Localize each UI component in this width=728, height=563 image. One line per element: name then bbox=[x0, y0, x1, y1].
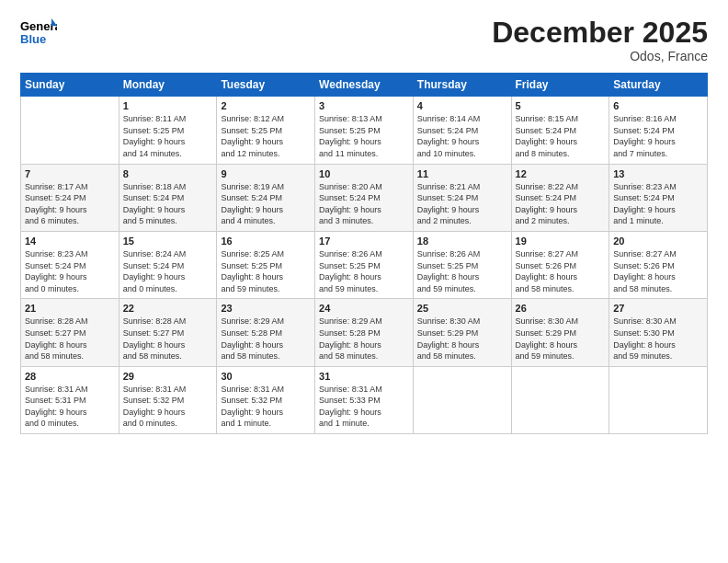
header-row: SundayMondayTuesdayWednesdayThursdayFrid… bbox=[21, 74, 708, 97]
day-cell bbox=[21, 97, 119, 164]
week-row-1: 1Sunrise: 8:11 AM Sunset: 5:25 PM Daylig… bbox=[21, 97, 708, 164]
logo: General Blue bbox=[20, 17, 57, 50]
day-info: Sunrise: 8:16 AM Sunset: 5:24 PM Dayligh… bbox=[613, 113, 703, 159]
day-cell: 23Sunrise: 8:29 AM Sunset: 5:28 PM Dayli… bbox=[217, 299, 315, 366]
day-number: 21 bbox=[25, 303, 115, 314]
day-info: Sunrise: 8:26 AM Sunset: 5:25 PM Dayligh… bbox=[417, 248, 507, 294]
day-number: 8 bbox=[123, 168, 213, 179]
day-cell: 15Sunrise: 8:24 AM Sunset: 5:24 PM Dayli… bbox=[119, 231, 217, 298]
col-header-friday: Friday bbox=[511, 74, 609, 97]
day-number: 18 bbox=[417, 236, 507, 247]
day-number: 17 bbox=[319, 236, 409, 247]
day-number: 14 bbox=[25, 236, 115, 247]
day-info: Sunrise: 8:12 AM Sunset: 5:25 PM Dayligh… bbox=[221, 113, 311, 159]
day-number: 15 bbox=[123, 236, 213, 247]
day-number: 1 bbox=[123, 100, 213, 111]
day-info: Sunrise: 8:26 AM Sunset: 5:25 PM Dayligh… bbox=[319, 248, 409, 294]
week-row-4: 21Sunrise: 8:28 AM Sunset: 5:27 PM Dayli… bbox=[21, 299, 708, 366]
title-block: December 2025 Odos, France bbox=[492, 17, 708, 63]
day-cell: 25Sunrise: 8:30 AM Sunset: 5:29 PM Dayli… bbox=[413, 299, 511, 366]
day-info: Sunrise: 8:18 AM Sunset: 5:24 PM Dayligh… bbox=[123, 181, 213, 227]
day-number: 26 bbox=[516, 303, 606, 314]
day-info: Sunrise: 8:30 AM Sunset: 5:29 PM Dayligh… bbox=[516, 316, 606, 362]
day-number: 6 bbox=[613, 100, 703, 111]
week-row-3: 14Sunrise: 8:23 AM Sunset: 5:24 PM Dayli… bbox=[21, 231, 708, 298]
col-header-sunday: Sunday bbox=[21, 74, 119, 97]
day-info: Sunrise: 8:21 AM Sunset: 5:24 PM Dayligh… bbox=[417, 181, 507, 227]
week-row-5: 28Sunrise: 8:31 AM Sunset: 5:31 PM Dayli… bbox=[21, 366, 708, 433]
day-number: 28 bbox=[25, 371, 115, 382]
day-cell: 24Sunrise: 8:29 AM Sunset: 5:28 PM Dayli… bbox=[315, 299, 414, 366]
day-cell: 31Sunrise: 8:31 AM Sunset: 5:33 PM Dayli… bbox=[315, 366, 414, 433]
day-cell: 16Sunrise: 8:25 AM Sunset: 5:25 PM Dayli… bbox=[217, 231, 315, 298]
day-number: 20 bbox=[613, 236, 703, 247]
day-number: 30 bbox=[221, 371, 311, 382]
day-cell: 26Sunrise: 8:30 AM Sunset: 5:29 PM Dayli… bbox=[511, 299, 609, 366]
day-number: 22 bbox=[123, 303, 213, 314]
day-number: 5 bbox=[516, 100, 606, 111]
day-cell: 13Sunrise: 8:23 AM Sunset: 5:24 PM Dayli… bbox=[609, 164, 708, 231]
month-title: December 2025 bbox=[492, 17, 708, 49]
day-cell: 11Sunrise: 8:21 AM Sunset: 5:24 PM Dayli… bbox=[413, 164, 511, 231]
day-cell: 28Sunrise: 8:31 AM Sunset: 5:31 PM Dayli… bbox=[21, 366, 119, 433]
col-header-thursday: Thursday bbox=[413, 74, 511, 97]
day-number: 24 bbox=[319, 303, 409, 314]
calendar-page: General Blue December 2025 Odos, France … bbox=[0, 0, 728, 563]
day-info: Sunrise: 8:25 AM Sunset: 5:25 PM Dayligh… bbox=[221, 248, 311, 294]
day-info: Sunrise: 8:24 AM Sunset: 5:24 PM Dayligh… bbox=[123, 248, 213, 294]
day-number: 11 bbox=[417, 168, 507, 179]
day-info: Sunrise: 8:23 AM Sunset: 5:24 PM Dayligh… bbox=[25, 248, 115, 294]
day-number: 23 bbox=[221, 303, 311, 314]
day-cell: 21Sunrise: 8:28 AM Sunset: 5:27 PM Dayli… bbox=[21, 299, 119, 366]
calendar-table: SundayMondayTuesdayWednesdayThursdayFrid… bbox=[20, 73, 708, 434]
day-cell: 9Sunrise: 8:19 AM Sunset: 5:24 PM Daylig… bbox=[217, 164, 315, 231]
day-info: Sunrise: 8:31 AM Sunset: 5:32 PM Dayligh… bbox=[123, 384, 213, 430]
day-info: Sunrise: 8:13 AM Sunset: 5:25 PM Dayligh… bbox=[319, 113, 409, 159]
day-number: 29 bbox=[123, 371, 213, 382]
day-number: 3 bbox=[319, 100, 409, 111]
day-cell: 30Sunrise: 8:31 AM Sunset: 5:32 PM Dayli… bbox=[217, 366, 315, 433]
day-info: Sunrise: 8:23 AM Sunset: 5:24 PM Dayligh… bbox=[613, 181, 703, 227]
day-info: Sunrise: 8:15 AM Sunset: 5:24 PM Dayligh… bbox=[516, 113, 606, 159]
day-info: Sunrise: 8:31 AM Sunset: 5:31 PM Dayligh… bbox=[25, 384, 115, 430]
day-number: 19 bbox=[516, 236, 606, 247]
col-header-tuesday: Tuesday bbox=[217, 74, 315, 97]
day-cell: 20Sunrise: 8:27 AM Sunset: 5:26 PM Dayli… bbox=[609, 231, 708, 298]
week-row-2: 7Sunrise: 8:17 AM Sunset: 5:24 PM Daylig… bbox=[21, 164, 708, 231]
day-number: 7 bbox=[25, 168, 115, 179]
location: Odos, France bbox=[492, 49, 708, 63]
day-info: Sunrise: 8:27 AM Sunset: 5:26 PM Dayligh… bbox=[516, 248, 606, 294]
day-number: 25 bbox=[417, 303, 507, 314]
day-cell: 29Sunrise: 8:31 AM Sunset: 5:32 PM Dayli… bbox=[119, 366, 217, 433]
day-cell: 19Sunrise: 8:27 AM Sunset: 5:26 PM Dayli… bbox=[511, 231, 609, 298]
day-cell: 22Sunrise: 8:28 AM Sunset: 5:27 PM Dayli… bbox=[119, 299, 217, 366]
day-cell: 18Sunrise: 8:26 AM Sunset: 5:25 PM Dayli… bbox=[413, 231, 511, 298]
day-number: 10 bbox=[319, 168, 409, 179]
day-cell: 7Sunrise: 8:17 AM Sunset: 5:24 PM Daylig… bbox=[21, 164, 119, 231]
day-info: Sunrise: 8:28 AM Sunset: 5:27 PM Dayligh… bbox=[25, 316, 115, 362]
day-info: Sunrise: 8:31 AM Sunset: 5:33 PM Dayligh… bbox=[319, 384, 409, 430]
day-number: 9 bbox=[221, 168, 311, 179]
day-info: Sunrise: 8:27 AM Sunset: 5:26 PM Dayligh… bbox=[613, 248, 703, 294]
day-info: Sunrise: 8:19 AM Sunset: 5:24 PM Dayligh… bbox=[221, 181, 311, 227]
day-info: Sunrise: 8:28 AM Sunset: 5:27 PM Dayligh… bbox=[123, 316, 213, 362]
day-cell: 6Sunrise: 8:16 AM Sunset: 5:24 PM Daylig… bbox=[609, 97, 708, 164]
day-info: Sunrise: 8:20 AM Sunset: 5:24 PM Dayligh… bbox=[319, 181, 409, 227]
day-cell: 3Sunrise: 8:13 AM Sunset: 5:25 PM Daylig… bbox=[315, 97, 414, 164]
day-cell bbox=[511, 366, 609, 433]
day-number: 27 bbox=[613, 303, 703, 314]
day-cell: 10Sunrise: 8:20 AM Sunset: 5:24 PM Dayli… bbox=[315, 164, 414, 231]
day-cell: 27Sunrise: 8:30 AM Sunset: 5:30 PM Dayli… bbox=[609, 299, 708, 366]
day-cell: 1Sunrise: 8:11 AM Sunset: 5:25 PM Daylig… bbox=[119, 97, 217, 164]
day-cell: 12Sunrise: 8:22 AM Sunset: 5:24 PM Dayli… bbox=[511, 164, 609, 231]
day-cell: 4Sunrise: 8:14 AM Sunset: 5:24 PM Daylig… bbox=[413, 97, 511, 164]
col-header-monday: Monday bbox=[119, 74, 217, 97]
day-number: 12 bbox=[516, 168, 606, 179]
day-cell: 2Sunrise: 8:12 AM Sunset: 5:25 PM Daylig… bbox=[217, 97, 315, 164]
day-cell: 5Sunrise: 8:15 AM Sunset: 5:24 PM Daylig… bbox=[511, 97, 609, 164]
day-info: Sunrise: 8:31 AM Sunset: 5:32 PM Dayligh… bbox=[221, 384, 311, 430]
day-number: 16 bbox=[221, 236, 311, 247]
day-number: 31 bbox=[319, 371, 409, 382]
day-info: Sunrise: 8:17 AM Sunset: 5:24 PM Dayligh… bbox=[25, 181, 115, 227]
day-info: Sunrise: 8:30 AM Sunset: 5:30 PM Dayligh… bbox=[613, 316, 703, 362]
